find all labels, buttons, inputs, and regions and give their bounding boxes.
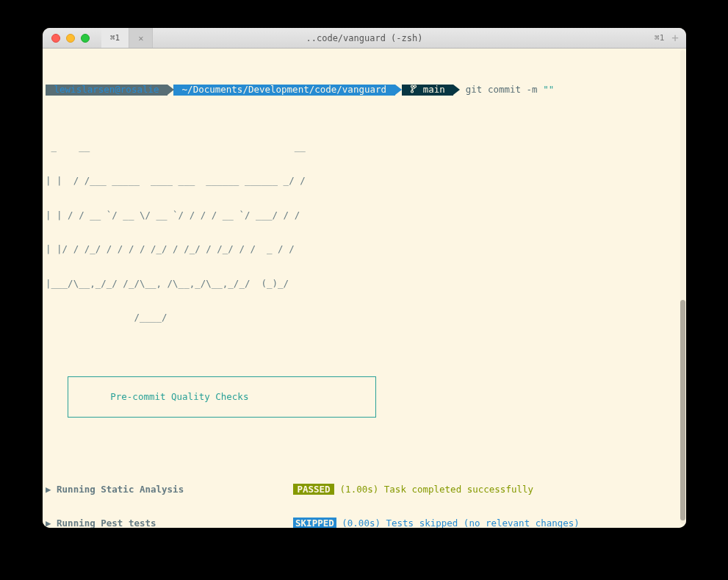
prompt-separator-icon: [395, 85, 402, 95]
terminal-viewport[interactable]: lewislarsen@rosalie ~/Documents/Developm…: [43, 49, 686, 528]
tab-close-area[interactable]: ✕: [129, 28, 153, 48]
zoom-window-button[interactable]: [81, 34, 90, 43]
prompt-user-host: lewislarsen@rosalie: [46, 85, 167, 96]
section-box-checks: Pre-commit Quality Checks: [68, 376, 376, 418]
git-branch-icon: [410, 84, 417, 96]
minimize-window-button[interactable]: [66, 34, 75, 43]
check-msg: Tests skipped (no relevant changes): [386, 518, 580, 528]
prompt-separator-icon: [167, 85, 174, 95]
terminal-window: ⌘1 ✕ ..code/vanguard (-zsh) ⌘1 + lewisla…: [43, 28, 686, 528]
check-row: ▶ Running Pest testsSKIPPED (0.00s) Test…: [46, 518, 683, 528]
close-window-button[interactable]: [51, 34, 60, 43]
triangle-icon: ▶: [46, 484, 57, 495]
tab-active[interactable]: ⌘1: [101, 28, 129, 48]
prompt-line-1: lewislarsen@rosalie ~/Documents/Developm…: [46, 85, 683, 96]
new-tab-button[interactable]: +: [671, 31, 679, 45]
ascii-art-line: _ __ __: [46, 141, 683, 153]
check-time: (0.00s): [342, 518, 381, 528]
status-badge: PASSED: [293, 484, 334, 495]
traffic-lights: [43, 34, 90, 43]
ascii-art-line: /____/: [46, 312, 683, 323]
check-label: Running Static Analysis: [57, 484, 293, 495]
prompt-branch: main: [402, 85, 454, 96]
ascii-art-line: |___/\__,_/_/ /_/\__, /\__,_/\__,_/_/ (_…: [46, 278, 683, 290]
titlebar: ⌘1 ✕ ..code/vanguard (-zsh) ⌘1 +: [43, 28, 686, 49]
scrollbar-thumb[interactable]: [680, 300, 685, 520]
titlebar-right: ⌘1 +: [655, 31, 686, 45]
command-input[interactable]: git commit -m "": [460, 84, 554, 96]
check-msg: Task completed successfully: [384, 484, 533, 495]
ascii-art-line: | | / /___ _____ ____ ___ ______ ______ …: [46, 175, 683, 187]
triangle-icon: ▶: [46, 518, 57, 528]
close-tab-icon[interactable]: ✕: [138, 33, 143, 43]
check-label: Running Pest tests: [57, 518, 293, 528]
scrollbar-track[interactable]: [680, 50, 685, 524]
ascii-art-line: | |/ / /_/ / / / / /_/ / /_/ / /_/ / / _…: [46, 243, 683, 255]
check-row: ▶ Running Static AnalysisPASSED (1.00s) …: [46, 484, 683, 495]
status-badge: SKIPPED: [293, 518, 336, 528]
section-title: Pre-commit Quality Checks: [110, 391, 248, 402]
check-time: (1.00s): [340, 484, 379, 495]
prompt-separator-icon: [453, 85, 460, 95]
shortcut-indicator: ⌘1: [655, 33, 664, 43]
tab-bar: ⌘1 ✕: [101, 28, 153, 48]
ascii-art-line: | | / / __ `/ __ \/ __ `/ / / / __ `/ __…: [46, 210, 683, 221]
prompt-path: ~/Documents/Development/code/vanguard: [173, 85, 395, 96]
tab-shortcut: ⌘1: [110, 33, 120, 43]
